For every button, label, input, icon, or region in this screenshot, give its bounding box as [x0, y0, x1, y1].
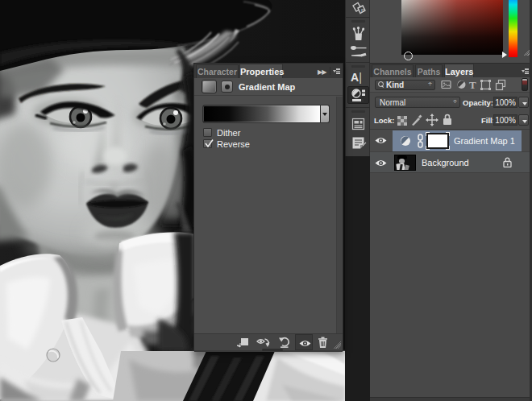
svg-text:R: R	[361, 8, 365, 13]
svg-text:T: T	[469, 79, 476, 91]
